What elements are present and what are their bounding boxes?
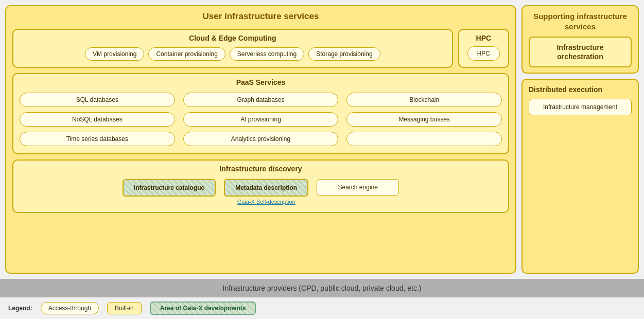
discovery-row: Infrastructure catalogue Metadata descri…	[20, 179, 502, 205]
paas-grid: SQL databases Graph databases Blockchain…	[20, 93, 502, 146]
bottom-bar-text: Infrastructure providers (CPD, public cl…	[223, 284, 422, 292]
vm-provisioning-chip: VM provisioning	[85, 47, 144, 61]
hpc-box: HPC HPC	[458, 29, 509, 68]
cloud-chips-row: VM provisioning Container provisioning S…	[20, 47, 446, 61]
legend-access: Access-through	[41, 302, 99, 314]
analytics-provisioning-chip: Analytics provisioning	[183, 132, 339, 146]
infrastructure-catalogue-chip: Infrastructure catalogue	[123, 179, 216, 197]
left-panel: User infrastructure services Cloud & Edg…	[5, 5, 516, 274]
infra-orchestration-box: Infrastructure orchestration	[529, 37, 632, 67]
nosql-databases-chip: NoSQL databases	[20, 112, 175, 127]
search-engine-chip: Search engine	[317, 179, 399, 196]
discovery-title: Infrastructure discovery	[20, 165, 502, 173]
supporting-title: Supporting infrastructure services	[529, 11, 632, 31]
legend-label: Legend:	[8, 305, 32, 312]
hpc-title: HPC	[476, 34, 492, 42]
metadata-description-chip: Metadata description	[224, 179, 308, 197]
infrastructure-catalogue-item: Infrastructure catalogue	[123, 179, 216, 197]
time-series-chip: Time series databases	[20, 132, 175, 146]
graph-databases-chip: Graph databases	[183, 93, 339, 107]
messaging-busses-chip: Messaging busses	[346, 112, 502, 127]
left-panel-title: User infrastructure services	[12, 11, 509, 24]
legend-bar: Legend: Access-through Built-in Area of …	[0, 297, 644, 319]
paas-title: PaaS Services	[20, 78, 502, 86]
paas-empty-chip	[346, 132, 502, 146]
distributed-title: Distributed execution	[529, 85, 632, 94]
cloud-edge-title: Cloud & Edge Computing	[20, 34, 446, 42]
discovery-box: Infrastructure discovery Infrastructure …	[12, 160, 509, 213]
sql-databases-chip: SQL databases	[20, 93, 175, 107]
infra-management-box: Infrastructure management	[529, 99, 632, 115]
cloud-hpc-row: Cloud & Edge Computing VM provisioning C…	[12, 29, 509, 68]
search-engine-item: Search engine	[317, 179, 399, 196]
legend-gaiax: Area of Gaia-X developments	[150, 302, 256, 315]
cloud-edge-box: Cloud & Edge Computing VM provisioning C…	[12, 29, 453, 68]
hpc-chip: HPC	[467, 46, 500, 61]
ai-provisioning-chip: AI provisioning	[183, 112, 339, 127]
storage-provisioning-chip: Storage provisioning	[308, 47, 380, 61]
paas-box: PaaS Services SQL databases Graph databa…	[12, 73, 509, 154]
right-panel: Supporting infrastructure services Infra…	[521, 5, 639, 274]
container-provisioning-chip: Container provisioning	[148, 47, 225, 61]
metadata-description-item: Metadata description Gaia-X Self-descrip…	[224, 179, 308, 205]
legend-builtin: Built-in	[107, 302, 142, 314]
bottom-bar: Infrastructure providers (CPD, public cl…	[0, 279, 644, 297]
blockchain-chip: Blockchain	[346, 93, 502, 107]
serverless-computing-chip: Serverless computing	[230, 47, 304, 61]
main-content: User infrastructure services Cloud & Edg…	[0, 0, 644, 279]
supporting-box: Supporting infrastructure services Infra…	[521, 5, 639, 74]
gaiaX-link: Gaia-X Self-description	[237, 199, 295, 205]
distributed-box: Distributed execution Infrastructure man…	[521, 79, 639, 274]
